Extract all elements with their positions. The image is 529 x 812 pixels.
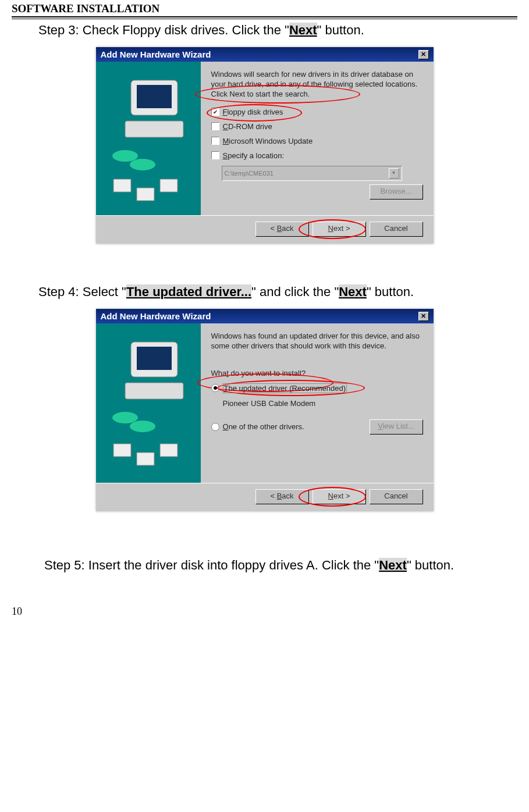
step4-mid: " and click the ": [251, 284, 339, 299]
svg-point-4: [112, 150, 138, 162]
step4-hl1: The updated driver...: [126, 284, 251, 299]
back-button[interactable]: < Back: [255, 489, 309, 504]
titlebar: Add New Hardware Wizard ✕: [96, 309, 434, 323]
svg-point-5: [130, 159, 155, 170]
driver-name: Pioneer USB Cable Modem: [223, 399, 423, 408]
svg-point-14: [130, 421, 155, 432]
location-value: C:\temp\CME031: [225, 170, 274, 177]
dialog-title: Add New Hardware Wizard: [101, 311, 211, 321]
step4-suffix: " button.: [367, 284, 414, 299]
wu-checkbox-row[interactable]: Microsoft Windows Update: [211, 137, 423, 145]
svg-point-13: [112, 412, 138, 423]
radio1-label: The updated driver (Recommended): [223, 383, 347, 393]
back-label: < Back: [270, 492, 293, 500]
next-label: Next >: [328, 224, 350, 233]
dialog-client: Windows will search for new drivers in i…: [96, 62, 434, 215]
page-number: 10: [12, 582, 517, 618]
dialog2-question: What do you want to install?: [211, 369, 423, 377]
specify-checkbox-row[interactable]: Specify a location:: [211, 151, 423, 160]
svg-rect-16: [137, 453, 154, 465]
browse-button: Browse...: [370, 184, 423, 200]
wu-label: Microsoft Windows Update: [223, 137, 313, 145]
checkbox-icon: [211, 122, 219, 130]
wizard-sidebar-art: [96, 323, 201, 483]
dialog2-button-row: < Back Next > Cancel: [96, 483, 434, 511]
close-icon[interactable]: ✕: [418, 50, 429, 59]
svg-rect-11: [137, 347, 172, 370]
cdrom-label: CD-ROM drive: [223, 122, 272, 131]
radio-icon: [211, 423, 219, 431]
step3-suffix: " button.: [317, 23, 364, 37]
next-label: Next >: [328, 492, 350, 500]
dropdown-icon: ▾: [389, 168, 399, 179]
back-label: < Back: [270, 224, 293, 233]
step3-text: Step 3: Check Floppy disk drives. Click …: [38, 23, 517, 38]
step5-prefix: Step 5: Insert the driver disk into flop…: [44, 558, 379, 572]
svg-rect-6: [113, 179, 131, 192]
floppy-label: Floppy disk drives: [223, 108, 283, 116]
dialog1-button-row: < Back Next > Cancel: [96, 215, 434, 244]
location-input: C:\temp\CME031 ▾: [222, 166, 402, 181]
cdrom-checkbox-row[interactable]: CD-ROM drive: [211, 122, 423, 131]
svg-rect-2: [137, 85, 172, 108]
radio-other-drivers[interactable]: One of the other drivers. View List...: [211, 419, 423, 435]
specify-label: Specify a location:: [223, 151, 285, 160]
wizard-dialog-step4: Add New Hardware Wizard ✕ Windows has: [96, 309, 434, 511]
close-icon[interactable]: ✕: [418, 312, 429, 321]
header-rule: [12, 16, 517, 19]
step5-suffix: " button.: [407, 558, 454, 572]
step5-text: Step 5: Insert the driver disk into flop…: [44, 558, 517, 573]
svg-rect-17: [160, 444, 177, 457]
svg-rect-12: [125, 383, 183, 399]
radio-icon: [211, 384, 219, 392]
radio2-label: One of the other drivers.: [223, 422, 304, 431]
step4-hl2: Next: [339, 284, 367, 299]
cancel-button[interactable]: Cancel: [370, 222, 423, 237]
checkbox-icon: [211, 151, 219, 159]
page-header: SOFTWARE INSTALLATION: [12, 0, 517, 16]
checkbox-icon: ✔: [211, 108, 219, 116]
wizard-sidebar-art: [96, 62, 201, 215]
dialog1-intro: Windows will search for new drivers in i…: [211, 70, 423, 99]
back-button[interactable]: < Back: [255, 222, 309, 237]
view-list-button: View List...: [370, 419, 423, 435]
dialog-title: Add New Hardware Wizard: [101, 49, 211, 59]
next-button[interactable]: Next >: [313, 222, 366, 237]
svg-rect-3: [125, 121, 183, 137]
svg-rect-8: [160, 179, 177, 192]
floppy-checkbox-row[interactable]: ✔ Floppy disk drives: [211, 108, 423, 116]
dialog2-intro: Windows has found an updated driver for …: [211, 332, 423, 351]
dialog-right-pane: Windows has found an updated driver for …: [201, 323, 434, 483]
svg-rect-15: [113, 444, 131, 457]
step3-hl-next: Next: [289, 23, 317, 37]
checkbox-icon: [211, 137, 219, 145]
step4-prefix: Step 4: Select ": [38, 284, 126, 299]
wizard-dialog-step3: Add New Hardware Wizard ✕ Windows will: [96, 47, 434, 244]
dialog-client: Windows has found an updated driver for …: [96, 323, 434, 483]
step3-prefix: Step 3: Check Floppy disk drives. Click …: [38, 23, 289, 37]
titlebar: Add New Hardware Wizard ✕: [96, 47, 434, 62]
step4-text: Step 4: Select "The updated driver..." a…: [38, 284, 517, 300]
step5-hl: Next: [379, 558, 407, 572]
dialog-right-pane: Windows will search for new drivers in i…: [201, 62, 434, 215]
cancel-button[interactable]: Cancel: [370, 489, 423, 504]
svg-rect-7: [137, 188, 154, 201]
radio-updated-driver[interactable]: The updated driver (Recommended): [211, 383, 423, 393]
next-button[interactable]: Next >: [313, 489, 366, 504]
